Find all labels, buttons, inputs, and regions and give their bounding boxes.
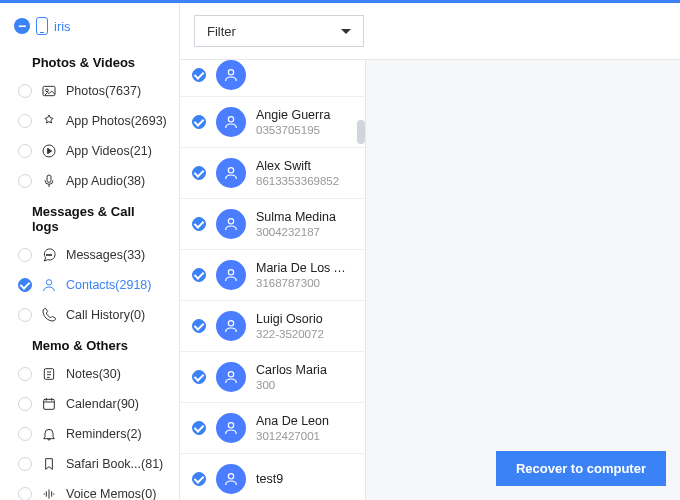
nav-label: Calendar(90) (66, 397, 139, 411)
svg-point-6 (50, 254, 51, 255)
nav-label: Contacts(2918) (66, 278, 151, 292)
svg-point-11 (228, 117, 233, 122)
checkbox-checked[interactable] (192, 472, 206, 486)
contact-item[interactable]: Ana De Leon3012427001 (180, 403, 365, 454)
svg-point-5 (48, 254, 49, 255)
device-name: iris (54, 19, 71, 34)
checkbox[interactable] (18, 248, 32, 262)
app-audio-icon (40, 172, 58, 190)
contact-item[interactable]: Sulma Medina3004232187 (180, 199, 365, 250)
checkbox-checked[interactable] (192, 319, 206, 333)
avatar (216, 413, 246, 443)
avatar (216, 260, 246, 290)
section-photos-videos: Photos & Videos (0, 47, 179, 76)
nav-label: App Audio(38) (66, 174, 145, 188)
sidebar-item-notes[interactable]: Notes(30) (0, 359, 179, 389)
avatar (216, 209, 246, 239)
call-history-icon (40, 306, 58, 324)
checkbox[interactable] (18, 308, 32, 322)
checkbox[interactable] (18, 174, 32, 188)
contact-item[interactable]: Angie Guerra0353705195 (180, 97, 365, 148)
checkbox[interactable] (18, 114, 32, 128)
checkbox[interactable] (18, 397, 32, 411)
avatar (216, 311, 246, 341)
filter-dropdown[interactable]: Filter (194, 15, 364, 47)
avatar (216, 60, 246, 90)
svg-point-18 (228, 474, 233, 479)
svg-rect-3 (47, 175, 51, 182)
svg-point-4 (46, 254, 47, 255)
sidebar-item-app-photos[interactable]: App Photos(2693) (0, 106, 179, 136)
checkbox-checked[interactable] (192, 421, 206, 435)
svg-point-7 (46, 280, 51, 285)
contact-number: 3168787300 (256, 277, 353, 289)
checkbox-checked[interactable] (192, 268, 206, 282)
device-row[interactable]: − iris (0, 13, 179, 47)
contact-list[interactable]: Angie Guerra0353705195Alex Swift86133533… (180, 60, 366, 500)
chevron-down-icon (341, 29, 351, 34)
sidebar-item-safari-bookmarks[interactable]: Safari Book...(81) (0, 449, 179, 479)
nav-label: Voice Memos(0) (66, 487, 156, 500)
photos-icon (40, 82, 58, 100)
svg-point-12 (228, 168, 233, 173)
app-videos-icon (40, 142, 58, 160)
checkbox[interactable] (18, 457, 32, 471)
contact-number: 3004232187 (256, 226, 353, 238)
checkbox-checked[interactable] (192, 217, 206, 231)
phone-icon (36, 17, 48, 35)
bookmark-icon (40, 455, 58, 473)
checkbox-checked[interactable] (192, 115, 206, 129)
sidebar-item-call-history[interactable]: Call History(0) (0, 300, 179, 330)
nav-label: App Photos(2693) (66, 114, 167, 128)
sidebar: − iris Photos & Videos Photos(7637) App … (0, 3, 180, 500)
contact-item[interactable]: Alex Swift8613353369852 (180, 148, 365, 199)
checkbox-checked[interactable] (18, 278, 32, 292)
contact-item-partial[interactable] (180, 60, 365, 97)
sidebar-item-voice-memos[interactable]: Voice Memos(0) (0, 479, 179, 500)
sidebar-item-messages[interactable]: Messages(33) (0, 240, 179, 270)
contact-number: 8613353369852 (256, 175, 353, 187)
checkbox[interactable] (18, 367, 32, 381)
svg-point-17 (228, 423, 233, 428)
messages-icon (40, 246, 58, 264)
checkbox[interactable] (18, 487, 32, 500)
nav-label: Reminders(2) (66, 427, 142, 441)
filter-bar: Filter (180, 3, 680, 60)
checkbox[interactable] (18, 144, 32, 158)
section-memo-others: Memo & Others (0, 330, 179, 359)
contact-item[interactable]: Luigi Osorio322-3520072 (180, 301, 365, 352)
sidebar-item-app-videos[interactable]: App Videos(21) (0, 136, 179, 166)
recover-to-computer-button[interactable]: Recover to computer (496, 451, 666, 486)
nav-label: Safari Book...(81) (66, 457, 163, 471)
svg-point-13 (228, 219, 233, 224)
sidebar-item-calendar[interactable]: Calendar(90) (0, 389, 179, 419)
checkbox[interactable] (18, 84, 32, 98)
checkbox[interactable] (18, 427, 32, 441)
contact-number: 300 (256, 379, 353, 391)
checkbox-checked[interactable] (192, 166, 206, 180)
voice-memos-icon (40, 485, 58, 500)
nav-label: Call History(0) (66, 308, 145, 322)
nav-label: Photos(7637) (66, 84, 141, 98)
contact-item[interactable]: Carlos Maria300 (180, 352, 365, 403)
nav-label: Messages(33) (66, 248, 145, 262)
svg-point-16 (228, 372, 233, 377)
svg-point-10 (228, 70, 233, 75)
checkbox-checked[interactable] (192, 68, 206, 82)
svg-point-15 (228, 321, 233, 326)
sidebar-item-photos[interactable]: Photos(7637) (0, 76, 179, 106)
scrollbar-thumb[interactable] (357, 120, 365, 144)
sidebar-item-contacts[interactable]: Contacts(2918) (0, 270, 179, 300)
sidebar-item-reminders[interactable]: Reminders(2) (0, 419, 179, 449)
checkbox-checked[interactable] (192, 370, 206, 384)
collapse-icon[interactable]: − (14, 18, 30, 34)
app-photos-icon (40, 112, 58, 130)
contact-item[interactable]: test9 (180, 454, 365, 500)
contacts-icon (40, 276, 58, 294)
sidebar-item-app-audio[interactable]: App Audio(38) (0, 166, 179, 196)
contact-item[interactable]: Maria De Los An...3168787300 (180, 250, 365, 301)
svg-rect-9 (44, 399, 55, 409)
avatar (216, 464, 246, 494)
avatar (216, 158, 246, 188)
filter-label: Filter (207, 24, 236, 39)
